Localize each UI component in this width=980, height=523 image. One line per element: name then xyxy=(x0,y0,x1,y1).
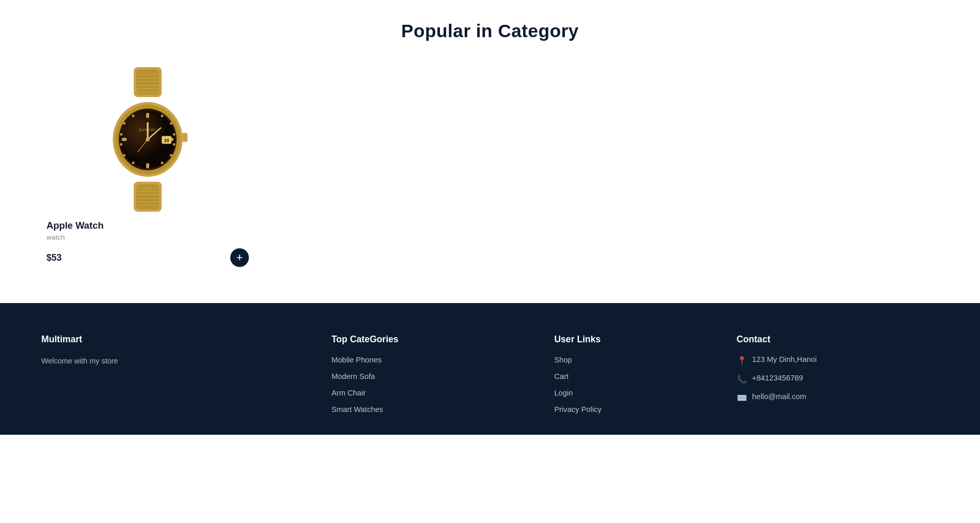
footer-link-cart[interactable]: Cart xyxy=(554,372,716,381)
footer-brand-name: Multimart xyxy=(41,334,311,345)
product-footer: $53 + xyxy=(46,248,249,267)
footer-contact-email: ✉️ hello@mail.com xyxy=(737,392,939,403)
svg-rect-14 xyxy=(146,113,149,118)
svg-point-29 xyxy=(132,162,135,164)
product-name: Apple Watch xyxy=(46,220,249,231)
svg-rect-1 xyxy=(136,70,159,94)
footer-categories-title: Top CateGories xyxy=(331,334,533,345)
link-mobile-phones[interactable]: Mobile Phones xyxy=(331,356,382,364)
link-login[interactable]: Login xyxy=(554,389,573,397)
footer-link-login[interactable]: Login xyxy=(554,388,716,398)
footer-categories-links: Mobile Phones Modern Sofa Arm Chair Smar… xyxy=(331,355,533,414)
footer-user-links-title: User Links xyxy=(554,334,716,345)
svg-point-28 xyxy=(123,154,125,156)
svg-point-36 xyxy=(146,137,150,141)
link-shop[interactable]: Shop xyxy=(554,356,572,364)
contact-phone-text: +84123456789 xyxy=(752,374,803,382)
footer-link-mobile-phones[interactable]: Mobile Phones xyxy=(331,355,533,364)
link-modern-sofa[interactable]: Modern Sofa xyxy=(331,372,375,381)
footer-contact-title: Contact xyxy=(737,334,939,345)
svg-point-26 xyxy=(120,133,122,136)
svg-rect-15 xyxy=(146,163,149,168)
footer-link-shop[interactable]: Shop xyxy=(554,355,716,364)
section-title: Popular in Category xyxy=(41,21,939,41)
link-privacy-policy[interactable]: Privacy Policy xyxy=(554,405,602,414)
footer-categories-col: Top CateGories Mobile Phones Modern Sofa… xyxy=(331,334,533,414)
svg-point-19 xyxy=(170,122,172,125)
contact-address-text: 123 My Dinh,Hanoi xyxy=(752,355,817,363)
svg-text:SUNDAY: SUNDAY xyxy=(139,128,156,132)
product-category: watch xyxy=(46,233,249,241)
svg-point-18 xyxy=(161,115,164,117)
link-cart[interactable]: Cart xyxy=(554,372,568,381)
svg-rect-10 xyxy=(182,133,188,141)
svg-rect-16 xyxy=(122,138,127,141)
footer-user-links-col: User Links Shop Cart Login Privacy Polic… xyxy=(554,334,716,414)
svg-point-25 xyxy=(123,122,125,125)
footer: Multimart Welcome with my store Top Cate… xyxy=(0,303,980,435)
svg-point-21 xyxy=(173,143,176,146)
footer-tagline: Welcome with my store xyxy=(41,355,311,367)
main-content: Popular in Category xyxy=(0,0,980,303)
location-icon: 📍 xyxy=(737,356,747,366)
svg-point-22 xyxy=(170,154,172,156)
watch-image: 20 SUNDAY xyxy=(91,67,204,212)
footer-grid: Multimart Welcome with my store Top Cate… xyxy=(41,334,939,414)
svg-point-20 xyxy=(173,133,176,136)
contact-email-text: hello@mail.com xyxy=(752,392,807,401)
products-grid: 20 SUNDAY xyxy=(41,62,939,272)
product-image-container: 20 SUNDAY xyxy=(46,67,249,212)
svg-point-24 xyxy=(132,115,135,117)
link-smart-watches[interactable]: Smart Watches xyxy=(331,405,383,414)
product-card: 20 SUNDAY xyxy=(41,62,254,272)
footer-brand-col: Multimart Welcome with my store xyxy=(41,334,311,414)
link-arm-chair[interactable]: Arm Chair xyxy=(331,389,366,397)
footer-contact-phone: 📞 +84123456789 xyxy=(737,374,939,384)
product-price: $53 xyxy=(46,252,61,263)
svg-point-23 xyxy=(161,162,164,164)
footer-contact-address: 📍 123 My Dinh,Hanoi xyxy=(737,355,939,366)
footer-contact-col: Contact 📍 123 My Dinh,Hanoi 📞 +841234567… xyxy=(737,334,939,414)
footer-link-smart-watches[interactable]: Smart Watches xyxy=(331,405,533,414)
svg-text:20: 20 xyxy=(164,138,169,143)
svg-point-27 xyxy=(120,143,122,146)
phone-icon: 📞 xyxy=(737,374,747,384)
footer-link-arm-chair[interactable]: Arm Chair xyxy=(331,388,533,398)
footer-user-links: Shop Cart Login Privacy Policy xyxy=(554,355,716,414)
email-icon: ✉️ xyxy=(737,393,747,403)
add-to-cart-button[interactable]: + xyxy=(230,248,249,267)
footer-link-modern-sofa[interactable]: Modern Sofa xyxy=(331,372,533,381)
footer-link-privacy-policy[interactable]: Privacy Policy xyxy=(554,405,716,414)
